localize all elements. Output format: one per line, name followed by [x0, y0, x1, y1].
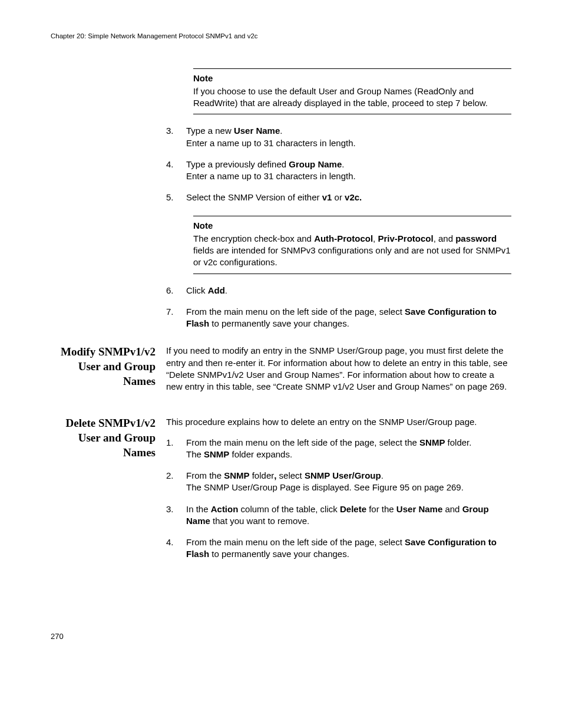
side-heading-delete: Delete SNMPv1/v2 User and Group Names [51, 416, 166, 460]
text: fields are intended for SNMPv3 configura… [193, 245, 511, 267]
delete-step-3: 3. In the Action column of the table, cl… [166, 503, 511, 528]
text: Type a previously defined [186, 159, 289, 169]
section-modify: Modify SNMPv1/v2 User and Group Names If… [51, 345, 511, 401]
text: , and [434, 233, 456, 243]
bold: Add [208, 285, 225, 295]
step-3: 3. Type a new User Name. Enter a name up… [166, 125, 511, 149]
bold: v1 [322, 192, 332, 202]
note-block-1: Note If you choose to use the default Us… [193, 68, 511, 115]
text: . [225, 285, 227, 295]
bold: v2c. [345, 192, 362, 202]
step-num: 2. [166, 470, 174, 482]
paragraph: If you need to modify an entry in the SN… [166, 345, 511, 393]
step-num: 4. [166, 159, 174, 170]
bold: Action [211, 504, 239, 514]
bold: SNMP User/Group [305, 470, 381, 480]
note-head: Note [193, 220, 511, 232]
step-num: 4. [166, 536, 174, 548]
bold: User Name [234, 126, 280, 136]
steps-list-2: 6. Click Add. 7. From the main menu on t… [166, 285, 511, 330]
section-delete: Delete SNMPv1/v2 User and Group Names Th… [51, 416, 511, 572]
text: The [186, 449, 204, 459]
text: and [442, 504, 462, 514]
page-number: 270 [51, 631, 511, 642]
text: Enter a name up to 31 characters in leng… [186, 138, 356, 148]
text: From the main menu on the left side of t… [186, 307, 405, 317]
text: Type a new [186, 126, 234, 136]
note-body: If you choose to use the default User an… [193, 85, 511, 110]
step-5: 5. Select the SNMP Version of either v1 … [166, 192, 511, 203]
note-head: Note [193, 73, 511, 84]
running-header: Chapter 20: Simple Network Management Pr… [51, 32, 511, 41]
bold: SNMP [204, 449, 229, 459]
text: for the [366, 504, 396, 514]
text: to permanently save your changes. [209, 318, 349, 328]
steps-list-1: 3. Type a new User Name. Enter a name up… [166, 125, 511, 203]
text: Click [186, 285, 208, 295]
delete-step-2: 2. From the SNMP folder, select SNMP Use… [166, 470, 511, 494]
step-num: 1. [166, 437, 174, 449]
bold: Priv-Protocol [378, 233, 433, 243]
step-num: 3. [166, 503, 174, 515]
bold: SNMP [419, 437, 445, 447]
step-num: 3. [166, 125, 174, 137]
step-6: 6. Click Add. [166, 285, 511, 297]
text: . [342, 159, 344, 169]
step-num: 5. [166, 192, 174, 203]
bold: Auth-Protocol [314, 233, 373, 243]
text: The SNMP User/Group Page is displayed. S… [186, 482, 464, 492]
text: column of the table, click [238, 504, 340, 514]
side-heading-modify: Modify SNMPv1/v2 User and Group Names [51, 345, 166, 388]
text: . [381, 470, 384, 480]
bold: User Name [396, 504, 442, 514]
paragraph: This procedure explains how to delete an… [166, 416, 511, 428]
bold: Delete [340, 504, 366, 514]
step-num: 7. [166, 306, 174, 318]
text: folder expands. [229, 449, 292, 459]
delete-step-1: 1. From the main menu on the left side o… [166, 437, 511, 461]
text: From the [186, 470, 224, 480]
note-body: The encryption check-box and Auth-Protoc… [193, 233, 511, 269]
text: select [276, 470, 305, 480]
text: From the main menu on the left side of t… [186, 537, 405, 547]
delete-step-4: 4. From the main menu on the left side o… [166, 536, 511, 561]
step-7: 7. From the main menu on the left side o… [166, 306, 511, 330]
text: Select the SNMP Version of either [186, 192, 322, 202]
steps-list-delete: 1. From the main menu on the left side o… [166, 437, 511, 561]
text: that you want to remove. [210, 516, 309, 526]
text: The encryption check-box and [193, 233, 314, 243]
text: or [332, 192, 345, 202]
text: folder [250, 470, 275, 480]
text: folder. [445, 437, 471, 447]
text: In the [186, 504, 211, 514]
step-4: 4. Type a previously defined Group Name.… [166, 159, 511, 183]
bold: password [455, 233, 497, 243]
step-num: 6. [166, 285, 174, 297]
text: From the main menu on the left side of t… [186, 437, 419, 447]
text: . [280, 126, 282, 136]
bold: Group Name [289, 159, 342, 169]
text: to permanently save your changes. [209, 549, 349, 559]
bold: SNMP [224, 470, 249, 480]
note-block-2: Note The encryption check-box and Auth-P… [193, 216, 511, 274]
text: Enter a name up to 31 characters in leng… [186, 171, 356, 181]
